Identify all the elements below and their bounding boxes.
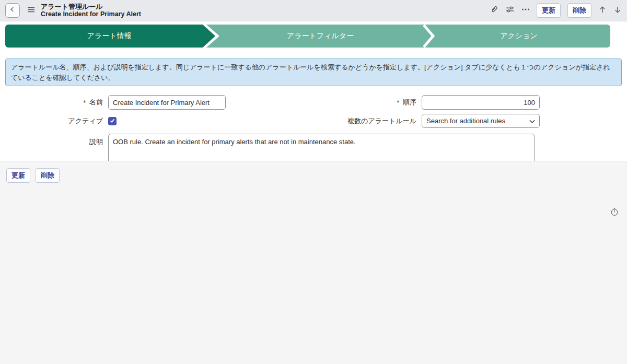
delete-button[interactable]: 削除 <box>567 3 591 18</box>
update-button-footer[interactable]: 更新 <box>6 168 30 183</box>
page-title: アラート管理ルール <box>41 3 141 10</box>
required-asterisk: ＊ <box>82 99 88 106</box>
order-input[interactable] <box>422 95 540 110</box>
row-active-multiple: アクティブ 複数のアラートルール Search for additional r… <box>0 114 627 128</box>
multiple-rules-select[interactable]: Search for additional rules <box>422 114 540 128</box>
form-header: アラート管理ルール Create Incident for Primary Al… <box>0 0 627 21</box>
info-message-banner: アラートルール名、順序、および説明を指定します。同じアラートに一致する他のアラー… <box>5 58 622 86</box>
hamburger-icon <box>27 6 35 15</box>
attachment-button[interactable] <box>490 5 498 16</box>
paperclip-icon <box>490 5 498 16</box>
form-fields: ＊名前 ＊順序 アクティブ 複数のアラートルール <box>0 95 627 163</box>
alert-rule-form-page: アラート管理ルール Create Incident for Primary Al… <box>0 0 627 364</box>
active-label: アクティブ <box>0 116 103 126</box>
sliders-icon <box>505 5 515 16</box>
form-footer: 更新 削除 <box>0 161 627 364</box>
tab-alert-information[interactable]: アラート情報 <box>5 25 213 48</box>
row-description: 説明 OOB rule. Create an incident for prim… <box>0 134 627 163</box>
arrow-up-icon <box>598 5 607 16</box>
name-label: ＊名前 <box>0 98 103 107</box>
previous-record-button[interactable] <box>598 5 607 16</box>
row-name-order: ＊名前 ＊順序 <box>0 95 627 110</box>
form-content: アラート情報 アラートフィルター アクション アラートルール名、順序、および説明… <box>0 21 627 161</box>
description-textarea[interactable]: OOB rule. Create an incident for primary… <box>108 134 535 163</box>
record-subtitle: Create Incident for Primary Alert <box>41 10 141 18</box>
multiple-rules-label: 複数のアラートルール <box>347 116 416 126</box>
required-asterisk: ＊ <box>395 99 401 106</box>
title-block: アラート管理ルール Create Incident for Primary Al… <box>41 3 141 18</box>
personalize-form-button[interactable] <box>505 5 515 16</box>
more-options-button[interactable] <box>521 5 530 16</box>
order-label: ＊順序 <box>395 98 416 107</box>
delete-button-footer[interactable]: 削除 <box>36 168 60 183</box>
name-input[interactable] <box>108 95 226 110</box>
tab-labels: アラート情報 アラートフィルター アクション <box>5 25 610 48</box>
chevron-left-icon <box>9 6 16 15</box>
form-context-menu-button[interactable] <box>27 6 35 15</box>
response-timer-icon[interactable] <box>610 207 619 218</box>
ellipsis-icon <box>521 5 530 16</box>
active-checkbox[interactable] <box>108 117 117 125</box>
description-label: 説明 <box>0 134 103 147</box>
update-button[interactable]: 更新 <box>537 3 561 18</box>
arrow-down-icon <box>613 5 622 16</box>
next-record-button[interactable] <box>613 5 622 16</box>
tab-action[interactable]: アクション <box>427 25 610 48</box>
wizard-tab-strip: アラート情報 アラートフィルター アクション <box>5 25 610 48</box>
back-button[interactable] <box>5 3 20 18</box>
check-icon <box>109 116 115 126</box>
tab-alert-filter[interactable]: アラートフィルター <box>213 25 427 48</box>
footer-buttons: 更新 削除 <box>0 161 627 183</box>
header-actions: 更新 削除 <box>490 3 622 18</box>
